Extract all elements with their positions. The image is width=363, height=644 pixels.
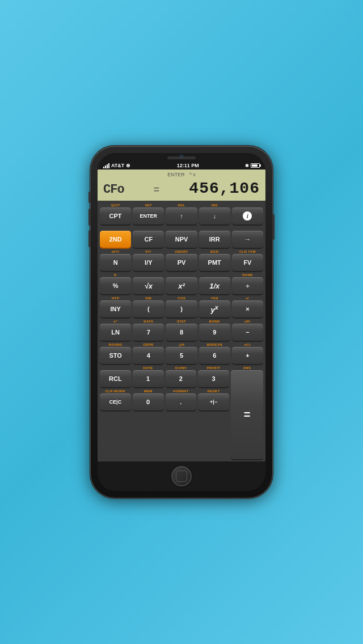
1-label: 1 xyxy=(146,376,150,382)
btn-wrapper-rcl: RCL xyxy=(100,366,131,387)
signal-bar-2 xyxy=(105,166,106,168)
cf-button[interactable]: CF xyxy=(133,231,164,248)
secondary-py: P/Y xyxy=(133,249,164,254)
2nd-button[interactable]: 2ND xyxy=(100,231,131,248)
info-icon: i xyxy=(243,211,252,221)
inv-button[interactable]: 1/x xyxy=(199,277,230,294)
btn-wrapper-2: ICONV 2 xyxy=(166,366,197,387)
del-button[interactable]: ↑ xyxy=(166,207,197,224)
7-label: 7 xyxy=(147,329,150,336)
yx-label: yx xyxy=(211,304,218,314)
btn-wrapper-n: xP/Y N xyxy=(100,249,131,271)
secondary-x2 xyxy=(166,273,197,277)
cpt-button[interactable]: CPT xyxy=(100,207,131,224)
rcl-button[interactable]: RCL xyxy=(100,370,131,387)
secondary-inv xyxy=(199,273,230,277)
calc-display: ENTER ^ v CFo = 456,106 xyxy=(98,170,265,201)
btn-wrapper-del: DEL ↑ xyxy=(166,203,197,224)
5-button[interactable]: 5 xyxy=(166,347,197,364)
mute-button[interactable] xyxy=(88,192,91,203)
power-button[interactable] xyxy=(272,214,275,240)
secondary-info xyxy=(232,203,263,207)
plus-button[interactable]: + xyxy=(232,347,263,364)
fv-label: FV xyxy=(243,260,251,266)
x2-button[interactable]: x² xyxy=(166,277,197,294)
signal-bar-4 xyxy=(108,163,109,168)
pmt-button[interactable]: PMT xyxy=(199,254,230,271)
secondary-stat: STAT xyxy=(166,319,197,324)
display-value: 456,106 xyxy=(189,180,260,197)
1-button[interactable]: 1 xyxy=(133,370,164,387)
8-button[interactable]: 8 xyxy=(166,324,197,341)
openparen-button[interactable]: ( xyxy=(133,300,164,317)
iy-button[interactable]: I/Y xyxy=(133,254,164,271)
2-button[interactable]: 2 xyxy=(166,370,197,387)
btn-wrapper-plus: nCr + xyxy=(232,342,263,364)
ln-button[interactable]: LN xyxy=(100,324,131,341)
closeparen-button[interactable]: ) xyxy=(166,300,197,317)
dot-label: . xyxy=(180,399,182,405)
9-label: 9 xyxy=(213,329,216,336)
secondary-date: DATE xyxy=(133,366,164,370)
secondary-del: DEL xyxy=(166,203,197,207)
secondary-arrow xyxy=(232,226,263,231)
iny-button[interactable]: INY xyxy=(100,300,131,317)
btn-wrapper-irr: IRR xyxy=(199,226,230,248)
volume-down-button[interactable] xyxy=(88,230,91,247)
div-label: ÷ xyxy=(246,283,249,289)
btn-wrapper-info: i xyxy=(232,203,263,224)
button-row-9: CLR WORK CE|C MEM 0 FORMAT xyxy=(100,389,229,410)
enter-button[interactable]: ENTER xyxy=(133,207,164,224)
sqrt-label: √x xyxy=(145,282,153,290)
pv-button[interactable]: PV xyxy=(166,254,197,271)
pmt-label: PMT xyxy=(208,260,221,266)
plus-label: + xyxy=(246,353,249,359)
sto-button[interactable]: STO xyxy=(100,347,131,364)
n-button[interactable]: N xyxy=(100,254,131,271)
equals-label: = xyxy=(244,408,251,421)
fv-button[interactable]: FV xyxy=(232,254,263,271)
npv-button[interactable]: NPV xyxy=(166,231,197,248)
closeparen-label: ) xyxy=(180,306,183,312)
div-button[interactable]: ÷ xyxy=(232,277,263,294)
sign-button[interactable]: +|− xyxy=(198,393,229,410)
secondary-xfact: x! xyxy=(232,296,263,300)
info-button[interactable]: i xyxy=(232,207,263,224)
bottom-left: RCL DATE 1 ICONV 2 xyxy=(100,366,229,459)
btn-wrapper-8: STAT 8 xyxy=(166,319,197,341)
mult-button[interactable]: × xyxy=(232,300,263,317)
secondary-rcl xyxy=(100,366,131,370)
equals-button[interactable]: = xyxy=(231,370,263,459)
signal-bar-1 xyxy=(103,167,104,168)
secondary-profit: PROFIT xyxy=(198,366,229,370)
4-button[interactable]: 4 xyxy=(133,347,164,364)
home-button-inner xyxy=(176,471,187,482)
btn-wrapper-mult: x! × xyxy=(232,296,263,317)
7-button[interactable]: 7 xyxy=(133,324,164,341)
secondary-cos: COS xyxy=(166,296,197,300)
9-button[interactable]: 9 xyxy=(199,324,230,341)
n-label: N xyxy=(113,260,118,266)
arrow-button[interactable]: → xyxy=(232,231,263,248)
6-button[interactable]: 6 xyxy=(199,347,230,364)
pct-button[interactable]: % xyxy=(100,277,131,294)
dot-button[interactable]: . xyxy=(166,393,197,410)
volume-up-button[interactable] xyxy=(88,209,91,226)
sqrt-button[interactable]: √x xyxy=(133,277,164,294)
0-button[interactable]: 0 xyxy=(133,393,164,410)
yx-button[interactable]: yx xyxy=(199,300,230,317)
0-label: 0 xyxy=(146,399,150,405)
minus-button[interactable]: − xyxy=(232,324,263,341)
btn-wrapper-6: BRKEVN 6 xyxy=(199,342,230,364)
home-button[interactable] xyxy=(171,466,192,486)
secondary-amort: AMORT xyxy=(166,249,197,254)
btn-wrapper-ins: INS ↓ xyxy=(199,203,230,224)
irr-button[interactable]: IRR xyxy=(199,231,230,248)
secondary-data: DATA xyxy=(133,319,164,324)
cec-button[interactable]: CE|C xyxy=(100,393,131,410)
btn-wrapper-iny: HYP INY xyxy=(100,296,131,317)
btn-wrapper-sto: ROUND STO xyxy=(100,342,131,364)
3-button[interactable]: 3 xyxy=(198,370,229,387)
btn-wrapper-7: DATA 7 xyxy=(133,319,164,341)
ins-button[interactable]: ↓ xyxy=(199,207,230,224)
